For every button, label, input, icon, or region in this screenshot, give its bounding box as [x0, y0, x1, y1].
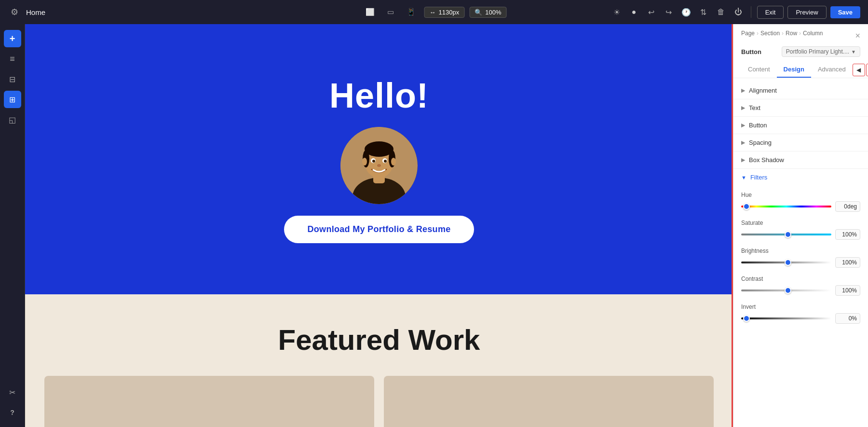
saturate-thumb[interactable] [785, 231, 791, 238]
mobile-device-btn[interactable]: 📱 [403, 6, 420, 18]
hue-value-input[interactable] [835, 201, 860, 212]
section-spacing[interactable]: ▶ Spacing [733, 134, 868, 152]
desktop-device-btn[interactable]: ⬜ [362, 6, 379, 18]
spacing-chevron-icon: ▶ [741, 139, 745, 146]
hue-thumb[interactable] [743, 203, 750, 210]
brightness-value-input[interactable] [835, 257, 860, 268]
breadcrumb: Page › Section › Row › Column [741, 30, 823, 37]
breadcrumb-column[interactable]: Column [803, 30, 823, 37]
tab-prev-button[interactable]: ◀ [853, 64, 865, 76]
brightness-label: Brightness [741, 248, 860, 254]
panel-close-button[interactable]: × [855, 31, 860, 41]
button-label: Button [749, 122, 767, 129]
panel-content: ▶ Alignment ▶ Text ▶ Button ▶ Spacing ▶ [733, 78, 868, 427]
saturate-label: Saturate [741, 220, 860, 226]
topbar-left: ⚙ Home [8, 5, 45, 19]
breadcrumb-sep-2: › [782, 30, 784, 37]
section-button[interactable]: ▶ Button [733, 117, 868, 134]
section-alignment[interactable]: ▶ Alignment [733, 82, 868, 99]
tabs-row: Content Design Advanced ◀ ▶ [741, 62, 860, 78]
button-chevron-icon: ▶ [741, 122, 745, 128]
sidebar-item-help[interactable]: ? [4, 404, 21, 421]
brightness-slider-container[interactable] [741, 258, 831, 267]
exit-button[interactable]: Exit [757, 6, 784, 19]
hero-title: Hello! [329, 76, 429, 115]
contrast-value-input[interactable] [835, 285, 860, 296]
history-icon[interactable]: 🕐 [679, 5, 693, 19]
filter-brightness-row: Brightness [741, 248, 860, 268]
section-filters[interactable]: ▼ Filters [733, 169, 868, 186]
contrast-thumb[interactable] [785, 287, 791, 294]
section-text[interactable]: ▶ Text [733, 99, 868, 117]
topbar-separator [751, 6, 751, 18]
saturate-value-input[interactable] [835, 229, 860, 240]
alignment-chevron-icon: ▶ [741, 87, 745, 94]
responsive-icon[interactable]: ⇅ [697, 5, 710, 19]
element-label: Button [741, 48, 761, 55]
redo-icon[interactable]: ↪ [662, 5, 676, 19]
breadcrumb-row[interactable]: Row [786, 30, 797, 37]
saturate-control [741, 229, 860, 240]
left-sidebar: + ≡ ⊟ ⊞ ◱ ✂ ? [0, 24, 25, 427]
sun-icon[interactable]: ☀ [610, 5, 624, 19]
invert-thumb[interactable] [743, 315, 750, 322]
filter-invert-row: Invert [741, 303, 860, 324]
element-preset[interactable]: Portfolio Primary Light.... ▼ [782, 46, 860, 57]
delete-icon[interactable]: 🗑 [714, 5, 728, 19]
topbar: ⚙ Home ⬜ ▭ 📱 ↔ 1130px 🔍 100% ☀ ● ↩ ↪ 🕐 ⇅… [0, 0, 868, 24]
featured-grid [44, 376, 714, 427]
sidebar-item-add[interactable]: + [4, 30, 21, 47]
sidebar-item-widget[interactable]: ◱ [4, 111, 21, 128]
box-shadow-chevron-icon: ▶ [741, 157, 745, 163]
tablet-device-btn[interactable]: ▭ [383, 6, 398, 18]
invert-track [741, 317, 831, 319]
svg-point-12 [362, 158, 367, 165]
svg-point-9 [372, 160, 375, 163]
zoom-display[interactable]: 🔍 100% [469, 7, 506, 18]
breadcrumb-section[interactable]: Section [760, 30, 780, 37]
avatar-image [340, 127, 418, 204]
filters-content: Hue Saturate [733, 186, 868, 337]
sidebar-item-layers[interactable]: ≡ [4, 50, 21, 68]
breadcrumb-sep-1: › [757, 30, 759, 37]
section-box-shadow[interactable]: ▶ Box Shadow [733, 152, 868, 169]
filter-saturate-row: Saturate [741, 220, 860, 240]
text-chevron-icon: ▶ [741, 105, 745, 111]
invert-slider-container[interactable] [741, 314, 831, 323]
tab-advanced[interactable]: Advanced [811, 62, 853, 78]
preset-chevron-icon: ▼ [851, 49, 856, 55]
sidebar-item-scissors[interactable]: ✂ [4, 384, 21, 401]
preview-button[interactable]: Preview [787, 6, 826, 19]
saturate-slider-container[interactable] [741, 230, 831, 239]
tab-design[interactable]: Design [777, 62, 811, 78]
toggle-icon[interactable]: ● [627, 5, 641, 19]
filter-contrast-row: Contrast [741, 275, 860, 296]
contrast-label: Contrast [741, 275, 860, 282]
hue-slider-container[interactable] [741, 202, 831, 211]
filters-chevron-icon: ▼ [741, 175, 746, 180]
tab-content[interactable]: Content [741, 62, 777, 78]
sidebar-item-pages[interactable]: ⊟ [4, 70, 21, 88]
width-display[interactable]: ↔ 1130px [424, 7, 465, 18]
right-panel: Page › Section › Row › Column × Button P… [733, 24, 868, 427]
invert-value-input[interactable] [835, 313, 860, 324]
avatar-svg [340, 127, 418, 204]
power-icon[interactable]: ⏻ [732, 5, 745, 19]
spacing-label: Spacing [749, 139, 772, 146]
zoom-value: 100% [485, 9, 501, 16]
hue-label: Hue [741, 192, 860, 198]
brightness-thumb[interactable] [785, 259, 791, 266]
width-value: 1130px [439, 9, 460, 16]
hero-cta-button[interactable]: Download My Portfolio & Resume [284, 216, 474, 243]
svg-point-10 [384, 160, 387, 163]
svg-point-13 [391, 158, 396, 165]
settings-icon[interactable]: ⚙ [8, 5, 21, 19]
featured-card-1 [44, 376, 374, 427]
sidebar-item-elements[interactable]: ⊞ [4, 91, 21, 108]
save-button[interactable]: Save [830, 6, 860, 18]
contrast-slider-container[interactable] [741, 286, 831, 295]
breadcrumb-page[interactable]: Page [741, 30, 755, 37]
undo-icon[interactable]: ↩ [645, 5, 658, 19]
topbar-right: ☀ ● ↩ ↪ 🕐 ⇅ 🗑 ⏻ Exit Preview Save [610, 5, 860, 19]
tab-next-button[interactable]: ▶ [866, 64, 868, 76]
